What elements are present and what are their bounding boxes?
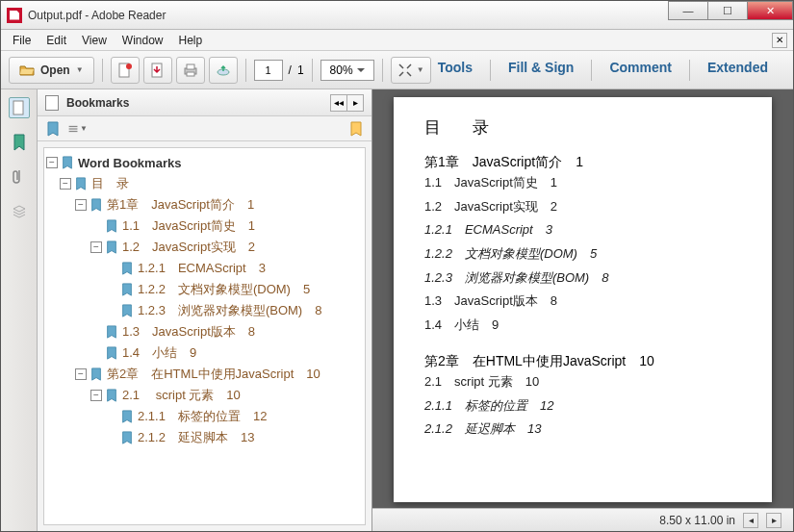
tree-node[interactable]: 1.2.1 ECMAScript 3 — [46, 258, 363, 279]
tree-node[interactable]: 1.3 JavaScript版本 8 — [46, 321, 363, 342]
separator — [312, 59, 313, 82]
panel-prev-button[interactable]: ◂◂ — [330, 94, 347, 112]
title-bar[interactable]: Output.pdf - Adobe Reader — ☐ ✕ — [1, 1, 793, 30]
bookmarks-tab-icon[interactable] — [9, 132, 30, 153]
doc-line: 1.4 小结 9 — [424, 314, 741, 338]
tree-node[interactable]: −第2章 在HTML中使用JavaScript 10 — [46, 364, 363, 385]
send-file-button[interactable] — [209, 57, 238, 84]
maximize-button[interactable]: ☐ — [707, 1, 748, 20]
new-bookmark-button[interactable] — [43, 119, 63, 139]
app-window: Output.pdf - Adobe Reader — ☐ ✕ File Edi… — [0, 0, 794, 532]
tools-link[interactable]: Tools — [438, 60, 473, 81]
doc-line: 2.1 script 元素 10 — [424, 370, 741, 394]
separator — [102, 59, 103, 82]
svg-rect-4 — [187, 64, 194, 69]
tree-node[interactable]: 1.2.2 文档对象模型(DOM) 5 — [46, 279, 363, 300]
status-next-button[interactable]: ▸ — [766, 513, 781, 528]
page-thumbnails-icon — [45, 95, 59, 111]
separator — [382, 59, 383, 82]
read-mode-button[interactable]: ▼ — [391, 57, 431, 84]
expand-icon — [397, 63, 413, 78]
svg-point-1 — [126, 63, 132, 69]
menu-bar: File Edit View Window Help ✕ — [1, 30, 793, 51]
doc-line: 2.1.1 标签的位置 12 — [424, 394, 741, 418]
page-number-input[interactable]: 1 — [254, 60, 283, 81]
tree-node-label: 第2章 在HTML中使用JavaScript 10 — [107, 366, 320, 383]
doc-line: 1.3 JavaScript版本 8 — [424, 290, 741, 314]
menu-edit[interactable]: Edit — [38, 32, 74, 49]
tree-node-label: 1.1 JavaScript简史 1 — [122, 217, 255, 235]
tree-root[interactable]: − Word Bookmarks — [46, 152, 363, 173]
expand-toggle[interactable]: − — [90, 241, 102, 253]
tree-node-label: 2.1.1 标签的位置 12 — [138, 408, 267, 425]
minimize-button[interactable]: — — [668, 1, 708, 20]
expand-toggle[interactable]: − — [46, 157, 58, 168]
bookmark-icon — [120, 283, 134, 296]
attachments-tab-icon[interactable] — [9, 166, 30, 188]
layers-tab-icon[interactable] — [9, 201, 30, 222]
tree-node[interactable]: 2.1.2 延迟脚本 13 — [46, 427, 363, 448]
find-bookmark-button[interactable] — [346, 119, 366, 139]
doc-heading: 目 录 — [424, 116, 741, 139]
cloud-upload-icon — [216, 63, 231, 78]
tree-node[interactable]: 1.2.3 浏览器对象模型(BOM) 8 — [46, 300, 363, 321]
thumbnails-tab-icon[interactable] — [9, 97, 30, 118]
bookmark-icon — [120, 410, 134, 423]
bookmark-icon — [74, 177, 88, 190]
separator — [245, 59, 246, 82]
zoom-select[interactable]: 80% — [320, 60, 374, 81]
doc-line: 1.1 JavaScript简史 1 — [424, 171, 741, 195]
expand-toggle[interactable]: − — [90, 390, 102, 401]
printer-icon — [183, 63, 198, 78]
tree-node-label: 目 录 — [91, 175, 129, 192]
tree-node[interactable]: −2.1 script 元素 10 — [46, 385, 363, 406]
bookmark-options-button[interactable]: ▼ — [68, 119, 88, 139]
window-title: Output.pdf - Adobe Reader — [28, 9, 166, 22]
bookmarks-title: Bookmarks — [66, 96, 129, 110]
print-button[interactable] — [176, 57, 205, 84]
svg-rect-10 — [69, 130, 78, 131]
tree-node[interactable]: 1.1 JavaScript简史 1 — [46, 215, 363, 237]
create-pdf-icon — [117, 63, 133, 78]
tree-node[interactable]: 1.4 小结 9 — [46, 342, 363, 364]
fill-sign-link[interactable]: Fill & Sign — [508, 60, 574, 81]
menu-help[interactable]: Help — [171, 32, 211, 49]
bookmarks-tree[interactable]: − Word Bookmarks −目 录−第1章 JavaScript简介 1… — [43, 147, 366, 525]
expand-toggle[interactable]: − — [75, 368, 87, 380]
tree-node-label: 1.2.2 文档对象模型(DOM) 5 — [138, 281, 310, 298]
open-button[interactable]: Open ▼ — [9, 57, 94, 84]
doc-line: 1.2.3 浏览器对象模型(BOM) 8 — [424, 266, 741, 291]
close-button[interactable]: ✕ — [747, 1, 793, 20]
doc-line: 第2章 在HTML中使用JavaScript 10 — [424, 353, 741, 370]
expand-toggle[interactable]: − — [60, 178, 71, 190]
extended-link[interactable]: Extended — [707, 60, 768, 81]
page-size-label: 8.50 x 11.00 in — [659, 514, 735, 527]
tree-node[interactable]: −第1章 JavaScript简介 1 — [46, 194, 363, 215]
tree-node-label: 1.4 小结 9 — [122, 344, 196, 362]
bookmark-icon — [120, 262, 134, 275]
tree-node[interactable]: 2.1.1 标签的位置 12 — [46, 406, 363, 427]
tree-node[interactable]: −1.2 JavaScript实现 2 — [46, 237, 363, 258]
export-pdf-button[interactable] — [143, 57, 172, 84]
bookmark-icon — [105, 241, 118, 254]
svg-rect-5 — [187, 72, 194, 76]
tree-node-label: 1.2.3 浏览器对象模型(BOM) 8 — [138, 302, 321, 319]
menu-file[interactable]: File — [5, 32, 38, 49]
expand-toggle[interactable]: − — [75, 199, 87, 211]
create-pdf-button[interactable] — [111, 57, 140, 84]
document-view[interactable]: 目 录 第1章 JavaScript简介 11.1 JavaScript简史 1… — [372, 89, 793, 531]
comment-link[interactable]: Comment — [609, 60, 672, 81]
toolbar: Open ▼ 1 / 1 80% ▼ Tools Fill & Sign Com… — [1, 51, 793, 89]
status-prev-button[interactable]: ◂ — [743, 513, 758, 528]
tree-node[interactable]: −目 录 — [46, 173, 363, 194]
nav-rail — [1, 89, 38, 531]
panel-next-button[interactable]: ▸ — [346, 94, 364, 112]
menu-close-doc-button[interactable]: ✕ — [772, 33, 787, 48]
doc-line: 1.2.1 ECMAScript 3 — [424, 218, 741, 242]
svg-rect-8 — [69, 125, 78, 126]
page-total: 1 — [297, 63, 304, 77]
bookmark-icon — [105, 325, 118, 339]
menu-view[interactable]: View — [74, 32, 115, 49]
menu-window[interactable]: Window — [115, 32, 171, 49]
tree-node-label: 第1章 JavaScript简介 1 — [107, 196, 254, 214]
